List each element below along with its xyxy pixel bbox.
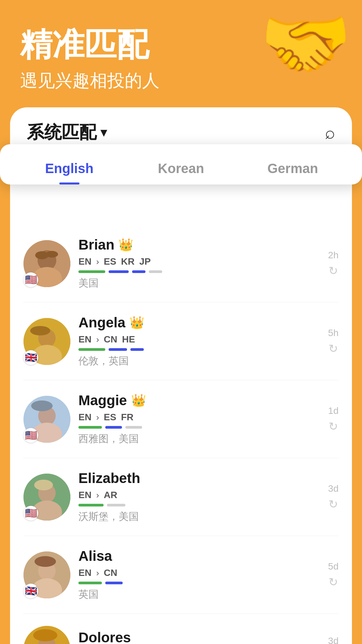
category-label: 系统匹配 [27, 121, 97, 144]
lang-to-1: CN [104, 334, 117, 345]
svg-point-24 [33, 629, 57, 641]
avatar: 🇺🇸 [23, 240, 70, 287]
svg-point-20 [35, 556, 56, 567]
progress-bar-en [78, 426, 102, 429]
lang-from: EN [78, 568, 92, 578]
proficiency-bars [78, 426, 320, 429]
chevron-down-icon: ▾ [101, 125, 107, 140]
progress-bar-he [130, 348, 144, 351]
avatar: 🇬🇧 [23, 318, 70, 365]
progress-bar-es [105, 426, 122, 429]
arrow-icon: › [96, 334, 99, 345]
main-card: 系统匹配 ▾ ⌕ English Korean German 🇺🇸 Brian [10, 107, 352, 644]
progress-bar-cn [105, 582, 123, 584]
lang-from: EN [78, 334, 92, 345]
arrow-icon: › [96, 490, 99, 500]
lang-to-2: KR [121, 256, 134, 267]
lang-to-1: ES [104, 412, 116, 423]
list-item[interactable]: 🇬🇧 Alisa EN › CN 英国 5d ↻ [23, 536, 339, 614]
time-ago: 5h [328, 328, 339, 338]
refresh-icon[interactable]: ↻ [328, 420, 338, 433]
user-meta: 5h ↻ [328, 328, 339, 355]
flag-icon: 🇺🇸 [23, 428, 38, 443]
crown-icon: 👑 [129, 316, 144, 330]
search-icon[interactable]: ⌕ [325, 122, 335, 143]
user-details: Maggie 👑 EN › ES FR 西雅图，美国 [78, 392, 320, 446]
user-list: 🇺🇸 Brian 👑 EN › ES KR JP [10, 225, 352, 644]
list-item[interactable]: 🇬🇧 Angela 👑 EN › CN HE 伦敦，英国 [23, 303, 339, 380]
user-meta: 3d ↻ [328, 636, 339, 644]
user-location: 英国 [78, 588, 320, 601]
user-name: Dolores [78, 630, 131, 644]
user-details: Alisa EN › CN 英国 [78, 548, 320, 601]
time-ago: 5d [328, 561, 339, 572]
user-meta: 3d ↻ [328, 483, 339, 511]
flag-icon: 🇺🇸 [23, 272, 38, 287]
svg-point-4 [46, 251, 58, 258]
category-selector[interactable]: 系统匹配 ▾ [27, 121, 107, 144]
tab-english[interactable]: English [13, 154, 125, 184]
user-meta: 5d ↻ [328, 561, 339, 589]
handshake-illustration: 🤝 [260, 7, 352, 80]
user-name: Alisa [78, 548, 112, 564]
refresh-icon[interactable]: ↻ [328, 497, 338, 511]
user-meta: 2h ↻ [328, 250, 339, 277]
crown-icon: 👑 [131, 393, 146, 408]
arrow-icon: › [96, 257, 99, 267]
language-tab-bar: English Korean German [0, 154, 362, 184]
user-location: 沃斯堡，美国 [78, 510, 320, 524]
user-details: Brian 👑 EN › ES KR JP 美国 [78, 237, 320, 290]
crown-icon: 👑 [118, 238, 133, 252]
user-name: Elizabeth [78, 470, 140, 486]
tab-korean[interactable]: Korean [125, 154, 237, 184]
progress-bar-fr [125, 426, 142, 429]
lang-from: EN [78, 412, 92, 423]
language-tags: EN › ES FR [78, 412, 320, 423]
lang-to-3: JP [139, 256, 150, 267]
list-item[interactable]: 🇺🇸 Dolores EN › KR 3d ↻ [23, 614, 339, 644]
proficiency-bars [78, 504, 320, 506]
avatar: 🇺🇸 [23, 626, 70, 644]
avatar: 🇺🇸 [23, 474, 70, 521]
arrow-icon: › [96, 412, 99, 423]
progress-bar-en [78, 348, 105, 351]
user-meta: 1d ↻ [328, 406, 339, 433]
tab-german[interactable]: German [237, 154, 349, 184]
proficiency-bars [78, 270, 320, 273]
user-location: 伦敦，英国 [78, 354, 320, 368]
list-item[interactable]: 🇺🇸 Elizabeth EN › AR 沃斯堡，美国 3d [23, 458, 339, 536]
refresh-icon[interactable]: ↻ [328, 264, 338, 277]
time-ago: 3d [328, 636, 339, 644]
svg-point-12 [31, 400, 53, 411]
progress-bar-es [109, 270, 129, 273]
language-tags: EN › CN [78, 568, 320, 578]
flag-icon: 🇬🇧 [23, 584, 38, 598]
language-tags: EN › CN HE [78, 334, 320, 345]
proficiency-bars [78, 348, 320, 351]
avatar: 🇺🇸 [23, 396, 70, 443]
user-location: 美国 [78, 276, 320, 290]
lang-to-1: CN [104, 568, 117, 578]
time-ago: 2h [328, 250, 339, 261]
lang-to-2: HE [122, 334, 135, 345]
avatar: 🇬🇧 [23, 551, 70, 598]
user-name: Maggie [78, 392, 127, 409]
language-tags: EN › ES KR JP [78, 256, 320, 267]
progress-bar-ar [107, 504, 125, 506]
avatar-image [23, 626, 70, 644]
list-item[interactable]: 🇺🇸 Maggie 👑 EN › ES FR 西雅图，美 [23, 380, 339, 458]
svg-point-16 [34, 480, 53, 490]
lang-to-1: ES [104, 256, 116, 267]
language-tabs-dropdown: English Korean German [0, 144, 362, 184]
list-item[interactable]: 🇺🇸 Brian 👑 EN › ES KR JP [23, 225, 339, 303]
header-section: 精准匹配 遇见兴趣相投的人 🤝 [0, 0, 362, 107]
flag-icon: 🇬🇧 [23, 350, 38, 365]
user-details: Dolores EN › KR [78, 630, 320, 644]
refresh-icon[interactable]: ↻ [328, 342, 338, 355]
lang-to-1: AR [104, 490, 117, 500]
flag-icon: 🇺🇸 [23, 506, 38, 521]
refresh-icon[interactable]: ↻ [328, 575, 338, 589]
progress-bar-en [78, 582, 102, 584]
progress-bar-en [78, 270, 105, 273]
progress-bar-jp [149, 270, 162, 273]
